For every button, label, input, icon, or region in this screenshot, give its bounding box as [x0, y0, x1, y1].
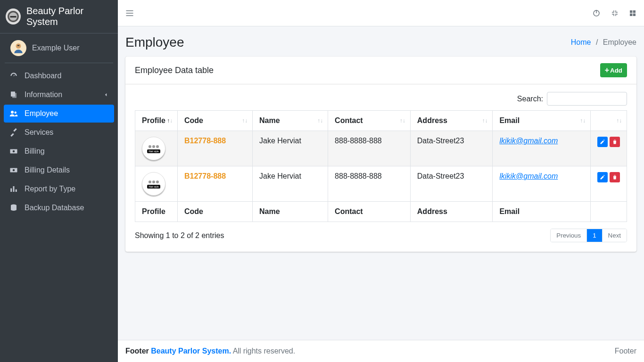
employee-avatar-icon: Hair style — [142, 172, 165, 196]
money-icon — [9, 166, 20, 174]
svg-rect-18 — [126, 13, 133, 14]
edit-button[interactable] — [597, 172, 608, 182]
copy-icon — [9, 90, 20, 99]
chart-bar-icon — [9, 185, 20, 193]
cell-actions — [591, 166, 627, 202]
employee-email-link[interactable]: lkikik@gmail.com — [499, 172, 558, 180]
money-icon — [9, 147, 20, 156]
delete-button[interactable] — [610, 172, 620, 182]
top-nav — [118, 0, 644, 26]
svg-point-12 — [13, 169, 15, 172]
col-address[interactable]: Address↑↓ — [410, 111, 493, 131]
card-title: Employee Data table — [135, 66, 214, 75]
footer-right: Footer — [615, 347, 636, 355]
grid-icon[interactable] — [629, 9, 636, 17]
breadcrumb-current: Employee — [603, 38, 636, 46]
card-header: Employee Data table +Add — [125, 57, 636, 84]
footer-left: Footer Beauty Parlor System. All rights … — [125, 347, 295, 355]
page-next[interactable]: Next — [602, 229, 627, 242]
search-label: Search: — [517, 95, 543, 103]
plus-icon: + — [605, 66, 609, 74]
delete-button[interactable] — [610, 137, 620, 147]
col-actions[interactable]: ↑↓ — [591, 111, 627, 131]
svg-rect-14 — [13, 186, 15, 192]
svg-rect-23 — [633, 10, 636, 13]
foot-address: Address — [410, 202, 493, 222]
col-profile[interactable]: Profile↑↓ — [135, 111, 178, 131]
sidebar-item-label: Backup Database — [25, 204, 84, 212]
user-panel[interactable]: Example User — [5, 33, 113, 63]
sidebar-item-label: Billing Details — [25, 166, 70, 174]
cell-code: B12778-888 — [178, 166, 253, 202]
power-icon[interactable] — [592, 9, 601, 17]
cell-address: Data-Street23 — [410, 131, 493, 166]
cell-name: Jake Herviat — [252, 166, 328, 202]
database-icon — [9, 204, 20, 212]
footer-system-link[interactable]: Beauty Parlor System. — [151, 347, 231, 355]
svg-text:Hair style: Hair style — [149, 150, 159, 153]
col-email[interactable]: Email↑↓ — [493, 111, 591, 131]
svg-rect-25 — [633, 13, 636, 16]
compress-icon[interactable] — [611, 9, 619, 17]
employee-code-link[interactable]: B12778-888 — [184, 137, 226, 145]
table-header-row: Profile↑↓ Code↑↓ Name↑↓ Contact↑↓ Addres… — [135, 111, 627, 131]
card-body: Search: Profile↑↓ Code↑↓ Name↑↓ Contact↑… — [125, 84, 636, 252]
user-name: Example User — [32, 44, 79, 52]
cell-profile: Hair style — [135, 131, 178, 166]
table-row: Hair style B12778-888 Jake Herviat 888-8… — [135, 166, 627, 202]
cell-name: Jake Herviat — [252, 131, 328, 166]
sidebar-item-backup-database[interactable]: Backup Database — [4, 199, 114, 217]
employee-email-link[interactable]: lkikik@gmail.com — [499, 137, 558, 145]
cell-actions — [591, 131, 627, 166]
sort-icon: ↑↓ — [167, 117, 173, 124]
menu-toggle-icon[interactable] — [125, 9, 134, 17]
employee-code-link[interactable]: B12778-888 — [184, 172, 226, 180]
breadcrumb-sep: / — [596, 38, 598, 46]
col-contact[interactable]: Contact↑↓ — [328, 111, 411, 131]
svg-point-35 — [156, 181, 159, 183]
table-footer: Showing 1 to 2 of 2 entries Previous 1 N… — [135, 229, 627, 242]
sidebar-item-services[interactable]: Services — [4, 123, 114, 141]
add-button[interactable]: +Add — [600, 63, 627, 77]
brand[interactable]: Beauty Parlor System — [0, 0, 118, 33]
brand-title: Beauty Parlor System — [26, 6, 112, 27]
col-code[interactable]: Code↑↓ — [178, 111, 253, 131]
search-input[interactable] — [547, 92, 627, 106]
sort-icon: ↑↓ — [242, 117, 248, 124]
table-row: Hair style B12778-888 Jake Herviat 888-8… — [135, 131, 627, 166]
foot-email: Email — [493, 202, 591, 222]
edit-button[interactable] — [597, 137, 608, 147]
page-title: Employee — [125, 35, 184, 50]
sidebar-item-report-by-type[interactable]: Report by Type — [4, 180, 114, 198]
search-row: Search: — [135, 92, 627, 106]
page-1[interactable]: 1 — [586, 229, 602, 242]
sidebar-item-billing-details[interactable]: Billing Details — [4, 161, 114, 179]
svg-rect-17 — [126, 10, 133, 11]
svg-point-33 — [149, 181, 151, 183]
foot-code: Code — [178, 202, 253, 222]
svg-point-28 — [149, 145, 151, 148]
cell-address: Data-Street23 — [410, 166, 493, 202]
sidebar-item-billing[interactable]: Billing — [4, 142, 114, 160]
sidebar-item-employee[interactable]: Employee — [4, 105, 114, 123]
sidebar-item-label: Report by Type — [25, 185, 75, 193]
svg-point-7 — [11, 111, 14, 114]
svg-point-30 — [156, 145, 159, 148]
foot-contact: Contact — [328, 202, 411, 222]
breadcrumb: Home / Employee — [571, 38, 636, 47]
foot-actions — [591, 202, 627, 222]
sidebar-item-dashboard[interactable]: Dashboard — [4, 67, 114, 85]
svg-rect-22 — [630, 10, 632, 13]
col-name[interactable]: Name↑↓ — [252, 111, 328, 131]
svg-point-8 — [15, 112, 17, 114]
svg-rect-19 — [126, 15, 133, 16]
sidebar-item-information[interactable]: Information — [4, 86, 114, 104]
sort-icon: ↑↓ — [317, 117, 323, 124]
page-prev[interactable]: Previous — [551, 229, 586, 242]
pagination: Previous 1 Next — [550, 229, 627, 242]
sidebar-item-label: Dashboard — [25, 72, 61, 80]
employee-table: Profile↑↓ Code↑↓ Name↑↓ Contact↑↓ Addres… — [135, 110, 627, 222]
breadcrumb-home[interactable]: Home — [571, 38, 591, 46]
sidebar: Beauty Parlor System Example User Dashbo… — [0, 0, 118, 362]
svg-text:Hair style: Hair style — [149, 185, 159, 188]
